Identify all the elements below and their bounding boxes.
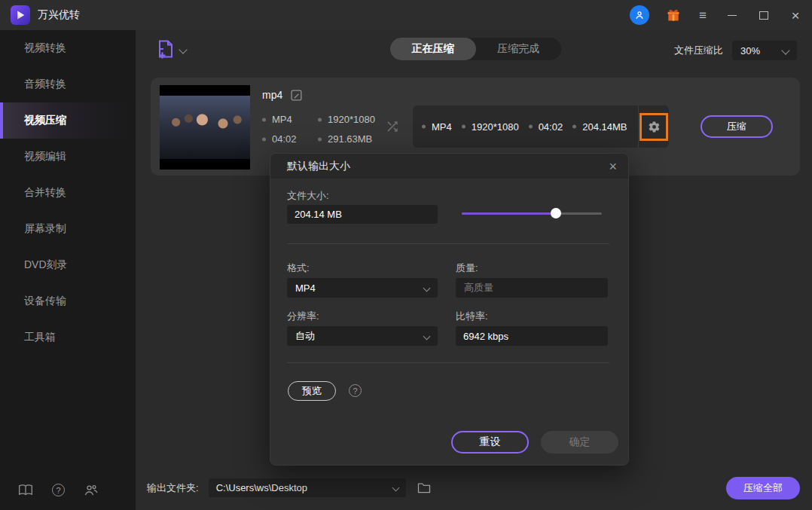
edit-pencil-icon	[291, 90, 302, 101]
output-settings-button[interactable]	[640, 113, 668, 141]
source-size: 291.63MB	[318, 133, 408, 145]
chevron-down-icon	[423, 284, 431, 292]
file-name: mp4	[262, 89, 282, 101]
quality-label: 质量:	[456, 261, 478, 275]
sidebar-item-label: 视频编辑	[24, 150, 66, 163]
gear-icon	[648, 121, 661, 133]
sidebar-item-label: DVD刻录	[24, 258, 68, 272]
sidebar-item-label: 工具箱	[24, 331, 56, 344]
menu-icon[interactable]: ≡	[699, 9, 707, 22]
tab-label: 正在压缩	[412, 42, 454, 56]
reset-button[interactable]: 重设	[451, 431, 529, 454]
sidebar-item-label: 视频压缩	[24, 114, 66, 127]
sidebar-bottom-icons: ?	[18, 484, 99, 496]
sidebar-item-dvd-burn[interactable]: DVD刻录	[0, 247, 136, 283]
compress-button[interactable]: 压缩	[701, 115, 773, 138]
sidebar: 视频转换 音频转换 视频压缩 视频编辑 合并转换 屏幕录制 DVD刻录 设备传输…	[0, 30, 136, 510]
bitrate-input[interactable]	[456, 326, 608, 346]
source-duration: 04:02	[262, 133, 318, 145]
output-folder-label: 输出文件夹:	[147, 481, 199, 495]
sidebar-item-video-edit[interactable]: 视频编辑	[0, 139, 136, 175]
sidebar-item-video-compress[interactable]: 视频压缩	[0, 102, 136, 139]
sidebar-item-label: 音频转换	[24, 78, 66, 91]
confirm-button[interactable]: 确定	[541, 431, 618, 454]
resolution-value: 自动	[295, 329, 315, 343]
video-thumbnail-image	[160, 96, 250, 159]
contact-users-icon[interactable]	[84, 484, 99, 496]
minimize-button[interactable]	[726, 9, 738, 21]
divider	[287, 243, 609, 244]
dialog-header: 默认输出大小 ×	[270, 154, 628, 179]
compress-tabs: 正在压缩 压缩完成	[390, 38, 561, 60]
output-settings-section	[638, 105, 669, 148]
source-format: MP4	[262, 114, 318, 125]
format-select[interactable]: MP4	[287, 278, 438, 298]
slider-thumb[interactable]	[551, 208, 561, 218]
tab-completed[interactable]: 压缩完成	[476, 38, 562, 60]
resolution-select[interactable]: 自动	[287, 326, 438, 346]
sidebar-item-label: 屏幕录制	[24, 222, 66, 236]
output-size: 204.14MB	[572, 121, 627, 133]
file-title-row: mp4	[262, 89, 302, 101]
file-size-input[interactable]	[287, 205, 438, 224]
compression-ratio-select[interactable]: 30%	[732, 41, 797, 60]
maximize-button[interactable]	[758, 9, 770, 21]
sidebar-item-label: 视频转换	[24, 41, 66, 55]
gift-icon[interactable]	[666, 8, 681, 23]
open-folder-button[interactable]	[417, 482, 431, 493]
chevron-down-icon	[423, 332, 431, 340]
output-folder-path: C:\Users\ws\Desktop	[216, 482, 307, 493]
title-bar: 万兴优转 ≡ ×	[0, 0, 812, 30]
compression-ratio-value: 30%	[740, 45, 760, 56]
minimize-icon	[728, 15, 737, 16]
add-file-icon	[158, 40, 173, 59]
dialog-title: 默认输出大小	[287, 160, 350, 173]
slider-fill	[462, 212, 556, 215]
sidebar-item-toolbox[interactable]: 工具箱	[0, 319, 136, 356]
sidebar-item-video-convert[interactable]: 视频转换	[0, 30, 136, 66]
output-folder-select[interactable]: C:\Users\ws\Desktop	[209, 478, 406, 497]
sidebar-item-merge-convert[interactable]: 合并转换	[0, 175, 136, 211]
user-avatar-icon[interactable]	[630, 5, 649, 25]
app-window: 万兴优转 ≡ × 视频转换 音频转换 视频压缩 视频编辑 合并转换	[0, 0, 812, 510]
quality-field: 高质量	[456, 278, 608, 298]
sidebar-item-label: 合并转换	[24, 186, 66, 200]
dialog-close-icon[interactable]: ×	[609, 160, 617, 173]
edit-name-button[interactable]	[291, 90, 302, 101]
output-format: MP4	[422, 121, 452, 133]
app-title: 万兴优转	[38, 8, 80, 22]
folder-icon	[417, 482, 431, 493]
format-value: MP4	[295, 282, 316, 294]
compression-ratio-label: 文件压缩比	[674, 44, 723, 57]
output-resolution: 1920*1080	[462, 121, 519, 133]
format-label: 格式:	[287, 261, 310, 275]
titlebar-controls: ≡ ×	[630, 5, 801, 25]
guide-book-icon[interactable]	[18, 484, 33, 496]
tab-label: 压缩完成	[497, 42, 539, 56]
chevron-down-icon	[392, 484, 399, 492]
help-icon[interactable]: ?	[349, 384, 362, 397]
compression-ratio: 文件压缩比 30%	[674, 41, 797, 60]
tab-compressing[interactable]: 正在压缩	[390, 38, 476, 60]
quality-value: 高质量	[464, 281, 493, 295]
chevron-down-icon	[781, 46, 789, 54]
output-size-dialog: 默认输出大小 × 文件大小: 格式: MP4 质量: 高质量 分辨率: 自动 比…	[270, 153, 629, 466]
sidebar-item-device-transfer[interactable]: 设备传输	[0, 283, 136, 319]
bottom-bar: 输出文件夹: C:\Users\ws\Desktop 压缩全部	[136, 466, 812, 510]
compress-all-button[interactable]: 压缩全部	[726, 477, 800, 499]
chevron-down-icon	[179, 45, 187, 53]
sidebar-item-screen-record[interactable]: 屏幕录制	[0, 211, 136, 247]
preview-button[interactable]: 预览	[288, 381, 336, 401]
add-file-button[interactable]	[158, 40, 186, 59]
app-logo-icon	[11, 5, 30, 25]
maximize-icon	[759, 11, 768, 20]
support-help-icon[interactable]: ?	[52, 484, 65, 496]
close-button[interactable]: ×	[789, 9, 801, 21]
sidebar-item-audio-convert[interactable]: 音频转换	[0, 66, 136, 102]
video-thumbnail[interactable]	[160, 85, 250, 169]
file-size-label: 文件大小:	[287, 189, 329, 203]
output-duration: 04:02	[529, 121, 563, 133]
file-size-slider[interactable]	[462, 208, 602, 218]
close-icon: ×	[791, 8, 799, 23]
bitrate-label: 比特率:	[456, 310, 488, 323]
